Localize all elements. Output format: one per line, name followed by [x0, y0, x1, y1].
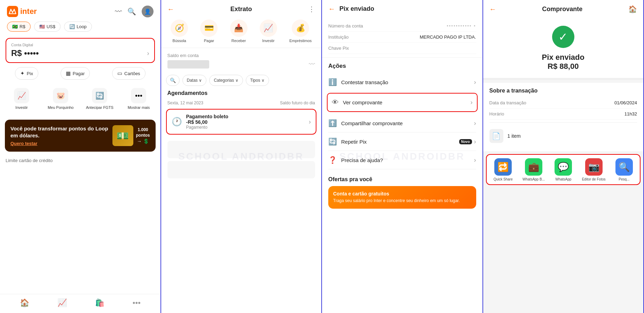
- inter-logo-text: inter: [20, 7, 37, 16]
- filter-tipos[interactable]: Tipos ∨: [246, 75, 269, 86]
- search-icon[interactable]: 🔍: [127, 7, 136, 16]
- saldo-label: Saldo em conta: [167, 53, 315, 58]
- currency-tab-loop[interactable]: 🔄 Loop: [64, 22, 92, 32]
- bottom-nav: 🏠 📈 🛍️ •••: [0, 294, 160, 313]
- nav-more[interactable]: •••: [133, 298, 141, 307]
- cartoes-button[interactable]: ▭Cartões: [112, 67, 146, 80]
- extrato-receber[interactable]: 📥 Receber: [230, 19, 248, 43]
- chevron-right-icon: ›: [147, 50, 149, 57]
- promo-link[interactable]: Quero testar: [10, 141, 112, 146]
- inter-logo: inter: [7, 6, 37, 17]
- avatar[interactable]: 👤: [142, 6, 154, 17]
- acao-repetir-pix[interactable]: 🔄 Repetir Pix Novo ›: [328, 133, 476, 151]
- pagar-label: Pagar: [204, 39, 214, 43]
- menu-porquinho[interactable]: 🐷 Meu Porquinho: [42, 85, 79, 113]
- comp-back-arrow[interactable]: ←: [489, 5, 496, 13]
- pix-info-instituicao: Instituição MERCADO PAGO IP LTDA.: [328, 32, 476, 43]
- extrato-back-arrow[interactable]: ←: [167, 5, 174, 13]
- quickshare-label: Quick Share: [494, 177, 513, 182]
- clock-icon: 🕐: [172, 117, 182, 127]
- extrato-pagar[interactable]: 💳 Pagar: [200, 19, 218, 43]
- blurred-row-1: [167, 141, 315, 158]
- comp-home-icon[interactable]: 🏠: [628, 5, 637, 13]
- menu-fgts[interactable]: 🔄 Antecipar FGTS: [81, 85, 118, 113]
- repetir-icon: 🔄: [328, 137, 337, 146]
- agendamento-type: Pagamento: [186, 125, 228, 130]
- extrato-icons-row: 🧭 Bússola 💳 Pagar 📥 Receber 📈 Investir 💰…: [161, 17, 322, 48]
- acao-ajuda[interactable]: ❓ Precisa de ajuda? ›: [328, 151, 476, 169]
- menu-fgts-label: Antecipar FGTS: [86, 105, 113, 110]
- agendamento-chevron-icon: ›: [309, 118, 311, 126]
- comp-item-icon: 📄: [489, 129, 503, 143]
- investir-icon: 📈: [14, 88, 29, 103]
- share-quickshare[interactable]: 🔁 Quick Share: [494, 158, 513, 182]
- menu-mais[interactable]: ••• Mostrar mais: [120, 85, 157, 113]
- extrato-more-icon[interactable]: ⋮: [308, 5, 315, 13]
- share-pesquisa[interactable]: 🔍 Pesq...: [615, 158, 633, 182]
- bussola-icon: 🧭: [171, 19, 188, 37]
- new-badge: Novo: [459, 139, 472, 144]
- nav-shopping[interactable]: 🛍️: [95, 298, 104, 307]
- promo-title: Você pode transformar pontos do Loop em …: [10, 125, 112, 139]
- comp-info-data: Data da transação 01/06/2024: [489, 97, 637, 109]
- acoes-title: Ações: [328, 63, 476, 70]
- share-whatsapp-b[interactable]: 💼 WhatsApp B...: [523, 158, 545, 182]
- repetir-chevron-icon: ›: [474, 138, 476, 145]
- eye-slash-icon[interactable]: 〰: [115, 8, 122, 16]
- saldo-eye-icon[interactable]: 〰: [309, 61, 315, 68]
- comp-item-row: 📄 1 item: [489, 126, 637, 146]
- ajuda-label: Precisa de ajuda?: [341, 157, 383, 163]
- promo-text: Você pode transformar pontos do Loop em …: [10, 125, 112, 146]
- nav-home[interactable]: 🏠: [20, 298, 29, 307]
- currency-tab-brl[interactable]: 🇧🇷 R$: [7, 22, 31, 32]
- share-editor-fotos[interactable]: 📷 Editor de Fotos: [582, 158, 606, 182]
- oferta-banner-desc: Traga seu salário pro Inter e concentre …: [333, 198, 471, 204]
- currency-tab-usd[interactable]: 🇺🇸 US$: [34, 22, 61, 32]
- pix-header-title: Pix enviado: [339, 5, 374, 13]
- inter-logo-icon: [7, 6, 18, 17]
- filter-categorias[interactable]: Categorias ∨: [209, 75, 243, 86]
- agendamento-date-row: Sexta, 12 mai 2023 Saldo futuro do dia: [161, 99, 322, 107]
- share-whatsapp[interactable]: 💬 WhatsApp: [555, 158, 572, 182]
- comp-header: ← Comprovante 🏠: [483, 0, 644, 17]
- repetir-label: Repetir Pix: [341, 139, 367, 145]
- filter-search-button[interactable]: 🔍: [166, 75, 180, 86]
- pagar-button[interactable]: ▦Pagar: [61, 67, 90, 80]
- agendamento-card[interactable]: 🕐 Pagamento boleto -R$ 56,00 Pagamento ›: [166, 109, 317, 135]
- nav-investir[interactable]: 📈: [57, 298, 67, 307]
- acao-ver-comprovante[interactable]: 👁 Ver comprovante ›: [327, 93, 478, 112]
- ver-comprovante-icon: 👁: [332, 98, 339, 106]
- panel-pix: SCHOOL ANDROIDBR ← Pix enviado Número da…: [322, 0, 483, 313]
- extrato-bussola[interactable]: 🧭 Bússola: [171, 19, 188, 43]
- comp-pix-title: Pix enviado: [542, 53, 584, 62]
- pix-conta-label: Número da conta: [328, 23, 363, 29]
- pix-back-arrow[interactable]: ←: [328, 5, 335, 13]
- ajuda-icon: ❓: [328, 156, 337, 164]
- comp-data-label: Data da transação: [489, 100, 526, 105]
- oferta-banner[interactable]: Conta e cartão gratuitos Traga seu salár…: [328, 186, 476, 209]
- agendamento-info: Pagamento boleto -R$ 56,00 Pagamento: [186, 114, 228, 130]
- bussola-label: Bússola: [173, 39, 186, 43]
- pix-info-conta: Número da conta ••••••••••• •: [328, 21, 476, 32]
- currency-tabs: 🇧🇷 R$ 🇺🇸 US$ 🔄 Loop: [0, 22, 160, 35]
- emprestimos-icon: 💰: [292, 19, 309, 37]
- account-card[interactable]: Conta Digital R$ ••••• ›: [6, 38, 155, 63]
- acao-compartilhar[interactable]: ⬆️ Compartilhar comprovante ›: [328, 114, 476, 133]
- acao-contestar[interactable]: ℹ️ Contestar transação ›: [328, 73, 476, 91]
- comp-info-horario: Horário 11h32: [489, 109, 637, 120]
- saldo-section: Saldo em conta 〰: [161, 48, 322, 72]
- menu-investir[interactable]: 📈 Investir: [3, 85, 40, 113]
- quickshare-icon: 🔁: [494, 158, 512, 176]
- acao-repetir-left: 🔄 Repetir Pix: [328, 137, 367, 146]
- promo-banner[interactable]: Você pode transformar pontos do Loop em …: [5, 120, 156, 152]
- pix-button[interactable]: ✦Pix: [15, 67, 38, 80]
- comp-sobre-title: Sobre a transação: [489, 88, 637, 94]
- pesquisa-label: Pesq...: [619, 177, 629, 182]
- extrato-investir[interactable]: 📈 Investir: [260, 19, 277, 43]
- extrato-emprestimos[interactable]: 💰 Empréstimos: [289, 19, 312, 43]
- account-label: Conta Digital: [11, 43, 149, 47]
- emprestimos-label: Empréstimos: [289, 39, 312, 43]
- filter-datas[interactable]: Datas ∨: [182, 75, 207, 86]
- panel-extrato: SCHOOL ANDROIDBR ← Extrato ⋮ 🧭 Bússola 💳…: [161, 0, 322, 313]
- whatsapp-b-icon: 💼: [525, 158, 542, 176]
